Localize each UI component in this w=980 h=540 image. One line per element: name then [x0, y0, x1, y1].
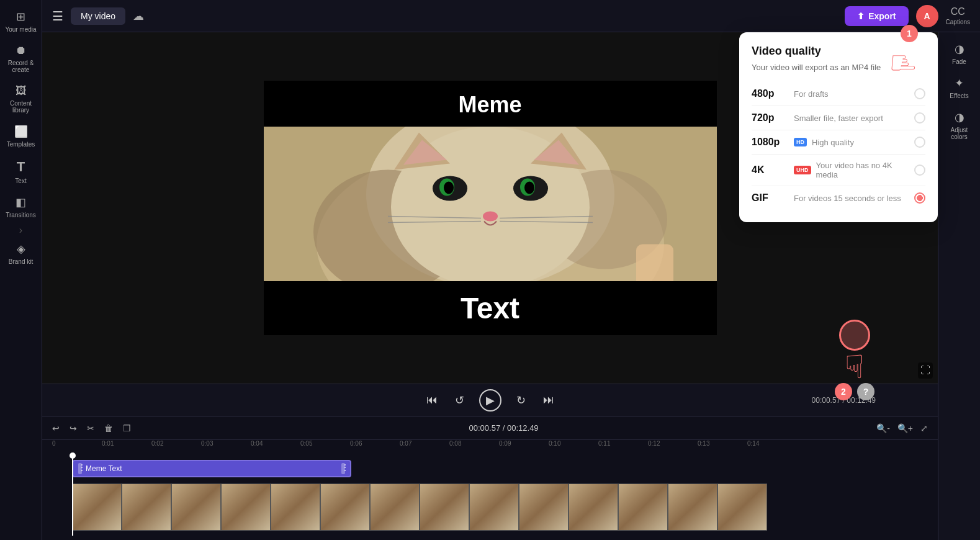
fast-forward-button[interactable]: ↻ [514, 391, 528, 410]
ruler-mark-14: 0:14 [747, 440, 759, 447]
sidebar-item-content-library[interactable]: 🖼 Contentlibrary [2, 79, 40, 119]
templates-icon: ⬜ [14, 125, 28, 138]
skip-to-end-button[interactable]: ⏭ [541, 391, 557, 409]
export-button[interactable]: ⬆ Export [845, 6, 908, 26]
quality-radio-4k[interactable] [914, 164, 925, 176]
sidebar-item-templates[interactable]: ⬜ Templates [2, 120, 40, 153]
play-button[interactable]: ▶ [479, 389, 501, 412]
quality-option-720p[interactable]: 720p Smaller file, faster export [752, 106, 925, 130]
video-canvas: Meme [264, 81, 717, 335]
needle-head [70, 452, 76, 459]
quality-radio-480p[interactable] [914, 88, 925, 99]
rewind-button[interactable]: ↺ [452, 391, 467, 410]
video-thumb-6 [320, 484, 370, 531]
playback-controls: ⏮ ↺ ▶ ↻ ⏭ 00:00.57 / 00:12.49 [42, 384, 938, 416]
cloud-save-icon[interactable]: ☁ [133, 9, 144, 23]
right-panel-adjust-colors[interactable]: ◑ Adjustcolors [941, 106, 978, 145]
right-panel-fade[interactable]: ◑ Fade [941, 37, 978, 70]
ruler-mark-2: 0:02 [151, 440, 163, 447]
text-track[interactable]: ⋮ Meme Text ⋮ [72, 460, 351, 477]
zoom-in-button[interactable]: 🔍+ [895, 421, 915, 436]
quality-radio-gif[interactable] [914, 192, 925, 204]
sidebar-item-text[interactable]: T Text [2, 154, 40, 189]
video-thumb-11 [569, 484, 618, 531]
cat-image [264, 127, 717, 281]
redo-button[interactable]: ↪ [67, 421, 79, 436]
video-frame [264, 127, 717, 281]
timeline-toolbar: ↩ ↪ ✂ 🗑 ❐ 00:00.57 / 00:12.49 🔍- 🔍+ ⤢ [42, 416, 938, 440]
quality-desc-720p: Smaller file, faster export [794, 114, 909, 123]
quality-badge-uhd: UHD [794, 166, 811, 174]
undo-button[interactable]: ↩ [50, 421, 62, 436]
sidebar-item-label: Transitions [6, 212, 36, 218]
video-thumb-14 [717, 484, 767, 531]
ruler-mark-10: 0:10 [549, 440, 560, 447]
video-thumb-3 [171, 484, 221, 531]
quality-radio-720p[interactable] [914, 112, 925, 124]
captions-button[interactable]: CC Captions [946, 6, 970, 25]
sidebar-item-label: Brand kit [9, 258, 33, 265]
cut-button[interactable]: ✂ [84, 421, 97, 436]
sidebar-item-brand-kit[interactable]: ◈ Brand kit [2, 237, 40, 270]
quality-badge-hd: HD [794, 138, 807, 146]
video-thumb-10 [519, 484, 569, 531]
menu-icon[interactable]: ☰ [52, 9, 63, 24]
project-name-button[interactable]: My video [71, 7, 125, 25]
sidebar-item-your-media[interactable]: ⊞ Your media [2, 5, 40, 38]
quality-option-480p[interactable]: 480p For drafts [752, 82, 925, 106]
track-left-handle[interactable]: ⋮ [78, 463, 82, 474]
effects-icon: ✦ [955, 76, 964, 90]
zoom-out-button[interactable]: 🔍- [874, 421, 892, 436]
ruler-mark-3: 0:03 [201, 440, 213, 447]
record-icon: ⏺ [16, 44, 27, 57]
timeline-needle[interactable] [72, 455, 73, 536]
ruler-mark-0: 0 [52, 440, 56, 447]
delete-button[interactable]: 🗑 [102, 421, 115, 436]
content-library-icon: 🖼 [16, 84, 27, 97]
timeline-time: 00:00.57 / 00:12.49 [138, 423, 869, 433]
quality-option-gif[interactable]: GIF For videos 15 seconds or less [752, 186, 925, 210]
video-thumb-7 [370, 484, 420, 531]
ruler-mark-12: 0:12 [648, 440, 660, 447]
ruler-mark-13: 0:13 [698, 440, 709, 447]
hand-cursor-annotation-2: ☟ 2 ? [835, 320, 874, 400]
video-thumb-9 [469, 484, 519, 531]
svg-point-12 [483, 212, 498, 222]
question-badge: ? [857, 383, 874, 400]
sidebar-item-label: Templates [7, 141, 35, 148]
sidebar-item-label: Your media [5, 26, 36, 33]
adjust-colors-icon: ◑ [955, 110, 964, 124]
skip-to-start-button[interactable]: ⏮ [424, 391, 440, 409]
video-thumb-2 [122, 484, 171, 531]
fit-timeline-button[interactable]: ⤢ [918, 421, 930, 436]
sidebar-item-record[interactable]: ⏺ Record &create [2, 39, 40, 78]
quality-desc-gif: For videos 15 seconds or less [794, 194, 909, 203]
avatar[interactable]: A [916, 5, 938, 27]
ruler-mark-5: 0:05 [300, 440, 312, 447]
track-right-handle[interactable]: ⋮ [341, 463, 345, 474]
video-thumb-5 [271, 484, 320, 531]
sidebar-item-label: Contentlibrary [10, 100, 32, 114]
ruler-mark-4: 0:04 [251, 440, 263, 447]
sidebar-collapse-toggle[interactable]: › [19, 225, 22, 236]
quality-radio-1080p[interactable] [914, 137, 925, 148]
video-bottom-text: Text [264, 281, 717, 335]
video-thumb-13 [668, 484, 717, 531]
quality-option-4k[interactable]: 4K UHD Your video has no 4K media [752, 155, 925, 186]
hand-icon-1: ☞ [889, 47, 918, 79]
hand-icon-2: ☟ [845, 351, 865, 383]
gif-highlight-circle [839, 320, 870, 351]
sidebar-item-transitions[interactable]: ◧ Transitions [2, 191, 40, 223]
quality-option-1080p[interactable]: 1080p HD High quality [752, 130, 925, 155]
track-label: Meme Text [86, 464, 122, 473]
right-panel: ◑ Fade ✦ Effects ◑ Adjustcolors [938, 32, 980, 540]
timeline: ↩ ↪ ✂ 🗑 ❐ 00:00.57 / 00:12.49 🔍- 🔍+ ⤢ [42, 416, 938, 540]
duplicate-button[interactable]: ❐ [120, 421, 133, 436]
zoom-controls: 🔍- 🔍+ ⤢ [874, 421, 930, 436]
video-thumb-4 [221, 484, 271, 531]
fullscreen-button[interactable]: ⛶ [918, 362, 933, 379]
right-panel-effects[interactable]: ✦ Effects [941, 71, 978, 104]
topbar: ☰ My video ☁ ⬆ Export A CC Captions [42, 0, 980, 32]
quality-res-720p: 720p [752, 112, 789, 124]
sidebar-item-label: Record &create [8, 60, 34, 73]
